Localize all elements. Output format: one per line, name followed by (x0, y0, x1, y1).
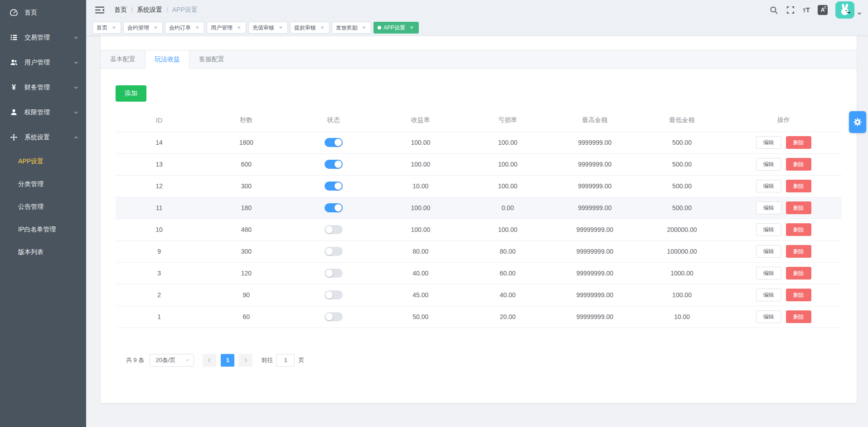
tag[interactable]: 提款审核 × (290, 22, 330, 34)
cell-id: 10 (116, 219, 203, 240)
status-toggle[interactable] (325, 203, 343, 212)
tag-close-icon[interactable]: × (194, 25, 200, 31)
delete-button[interactable]: 删除 (786, 289, 811, 301)
tag[interactable]: 发放奖励 × (332, 22, 371, 34)
goto-label: 前往 (261, 356, 273, 364)
sidebar-item-permissions[interactable]: 权限管理 (0, 100, 86, 125)
breadcrumb-current: APP设置 (172, 6, 198, 14)
edit-button[interactable]: 编辑 (756, 310, 781, 323)
sidebar-item-home[interactable]: 首页 (0, 0, 86, 25)
table-header-row: ID 秒数 状态 收益率 亏损率 最高金额 最低金额 操作 (116, 109, 842, 132)
edit-button[interactable]: 编辑 (756, 201, 781, 214)
theme-settings-button[interactable] (849, 111, 866, 133)
tag[interactable]: 合约管理 × (123, 22, 163, 34)
tag-close-icon[interactable]: × (361, 25, 367, 31)
delete-button[interactable]: 删除 (786, 180, 811, 192)
navbar-actions: TT A文 (769, 1, 862, 19)
translate-icon[interactable]: A文 (818, 5, 828, 15)
tag-close-icon[interactable]: × (277, 25, 284, 31)
status-toggle[interactable] (325, 290, 343, 299)
status-toggle[interactable] (325, 138, 343, 147)
edit-button[interactable]: 编辑 (756, 223, 781, 236)
tag-close-icon[interactable]: × (152, 25, 159, 31)
delete-button[interactable]: 删除 (786, 201, 811, 214)
status-toggle[interactable] (325, 160, 343, 169)
tag[interactable]: APP设置 × (373, 22, 419, 34)
edit-button[interactable]: 编辑 (756, 267, 781, 280)
cell-profit-rate: 100.00 (377, 219, 464, 240)
cell-seconds: 60 (203, 306, 290, 328)
cell-profit-rate: 45.00 (377, 284, 464, 306)
avatar[interactable] (835, 1, 854, 19)
sidebar-item-trade[interactable]: 交易管理 (0, 25, 86, 50)
move-icon (10, 133, 18, 141)
search-icon[interactable] (769, 5, 778, 15)
tag-close-icon[interactable]: × (236, 25, 242, 31)
cell-loss-rate: 60.00 (464, 262, 551, 284)
tab-play-profit[interactable]: 玩法收益 (145, 50, 189, 69)
tag[interactable]: 充值审核 × (248, 22, 288, 34)
sidebar-subitem[interactable]: 分类管理 (0, 172, 86, 195)
page-size-select[interactable]: 20条/页 (150, 354, 194, 367)
table-row: 12 300 10.00 100.00 9999999.00 500.00 (116, 175, 842, 197)
chevron-up-icon (73, 135, 79, 140)
status-toggle[interactable] (325, 269, 343, 278)
sidebar-subitem[interactable]: IP白名单管理 (0, 218, 86, 240)
status-toggle[interactable] (325, 247, 343, 256)
tag-close-icon[interactable]: × (408, 25, 415, 31)
main-area: 首页 / 系统设置 / APP设置 TT A文 (86, 0, 868, 427)
tag[interactable]: 用户管理 × (207, 22, 246, 34)
edit-button[interactable]: 编辑 (756, 289, 781, 301)
delete-button[interactable]: 删除 (786, 245, 811, 258)
delete-button[interactable]: 删除 (786, 310, 811, 323)
pagination-total: 共 9 条 (126, 356, 144, 364)
toggle-knob (335, 139, 342, 146)
sidebar-item-users[interactable]: 用户管理 (0, 50, 86, 75)
fullscreen-icon[interactable] (786, 5, 795, 15)
tag-close-icon[interactable]: × (319, 25, 325, 31)
tag[interactable]: 合约订单 × (165, 22, 204, 34)
edit-button[interactable]: 编辑 (756, 136, 781, 149)
cell-min-amount: 500.00 (638, 175, 725, 197)
font-size-icon[interactable]: TT (803, 6, 810, 14)
add-button[interactable]: 添加 (116, 85, 146, 102)
sidebar-subitem[interactable]: 版本列表 (0, 240, 86, 263)
cell-seconds: 300 (203, 175, 290, 197)
hamburger-icon[interactable] (95, 6, 104, 14)
cell-max-amount: 99999999.00 (551, 240, 638, 262)
sidebar-subitem[interactable]: 公告管理 (0, 195, 86, 218)
sidebar-item-finance[interactable]: ¥ 财务管理 (0, 75, 86, 100)
next-page-button[interactable] (239, 354, 252, 367)
user-menu[interactable] (835, 1, 862, 19)
header-max-amount: 最高金额 (551, 109, 638, 132)
status-toggle[interactable] (325, 312, 343, 321)
status-toggle[interactable] (325, 225, 343, 234)
yen-icon: ¥ (10, 83, 18, 91)
breadcrumb-home[interactable]: 首页 (114, 6, 127, 14)
cell-profit-rate: 40.00 (377, 262, 464, 284)
edit-button[interactable]: 编辑 (756, 180, 781, 192)
delete-button[interactable]: 删除 (786, 136, 811, 149)
cell-loss-rate: 20.00 (464, 306, 551, 328)
page-jump-input[interactable] (276, 354, 295, 367)
page-number-current[interactable]: 1 (221, 354, 234, 367)
delete-button[interactable]: 删除 (786, 158, 811, 171)
delete-button[interactable]: 删除 (786, 223, 811, 236)
tab-customer-service[interactable]: 客服配置 (189, 50, 234, 68)
cell-id: 14 (116, 132, 203, 153)
cell-profit-rate: 100.00 (377, 153, 464, 175)
chevron-down-icon (185, 358, 190, 363)
cell-min-amount: 100.00 (638, 284, 725, 306)
prev-page-button[interactable] (203, 354, 216, 367)
breadcrumb-system-settings[interactable]: 系统设置 (137, 6, 162, 14)
edit-button[interactable]: 编辑 (756, 245, 781, 258)
delete-button[interactable]: 删除 (786, 267, 811, 280)
pagination: 共 9 条 20条/页 1 前往 页 (116, 354, 842, 367)
tag-close-icon[interactable]: × (111, 25, 117, 31)
sidebar-item-system-settings[interactable]: 系统设置 (0, 125, 86, 150)
status-toggle[interactable] (325, 182, 343, 191)
tag[interactable]: 首页 × (92, 22, 121, 34)
edit-button[interactable]: 编辑 (756, 158, 781, 171)
tab-basic-config[interactable]: 基本配置 (101, 50, 145, 68)
sidebar-subitem[interactable]: APP设置 (0, 150, 86, 172)
